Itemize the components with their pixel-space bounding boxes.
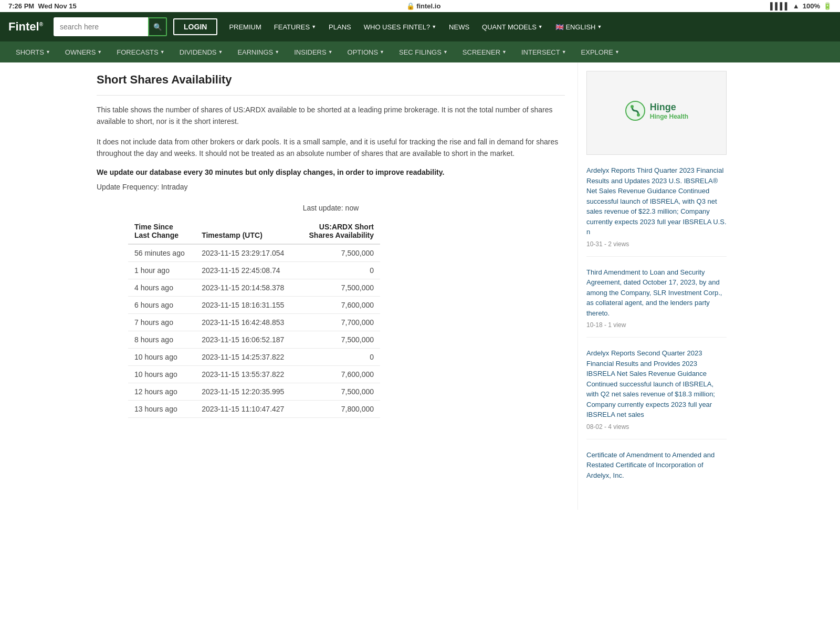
subnav-explore[interactable]: EXPLORE▼ bbox=[574, 41, 627, 62]
svg-point-1 bbox=[631, 105, 634, 108]
cell-time: 10 hours ago bbox=[128, 365, 195, 383]
cell-availability: 7,500,000 bbox=[297, 279, 380, 296]
subnav-insiders[interactable]: INSIDERS▼ bbox=[287, 41, 340, 62]
short-shares-table: Time SinceLast Change Timestamp (UTC) US… bbox=[128, 218, 380, 418]
subnav-forecasts[interactable]: FORECASTS▼ bbox=[109, 41, 172, 62]
nav-item-who-uses[interactable]: WHO USES FINTEL?▼ bbox=[359, 20, 442, 34]
cell-time: 8 hours ago bbox=[128, 331, 195, 348]
news-meta: 08-02 - 4 views bbox=[586, 423, 629, 430]
description-paragraph-1: This table shows the number of shares of… bbox=[97, 104, 565, 128]
nav-item-plans[interactable]: PLANS bbox=[323, 20, 356, 34]
page-title: Short Shares Availability bbox=[97, 73, 565, 87]
cell-timestamp: 2023-11-15 20:14:58.378 bbox=[195, 279, 297, 296]
cell-availability: 7,700,000 bbox=[297, 313, 380, 331]
news-section: Ardelyx Reports Third Quarter 2023 Finan… bbox=[586, 165, 727, 491]
update-frequency: Update Frequency: Intraday bbox=[97, 183, 565, 191]
hinge-brand-name: Hinge bbox=[650, 102, 688, 113]
cell-availability: 7,500,000 bbox=[297, 331, 380, 348]
cell-availability: 0 bbox=[297, 261, 380, 279]
hinge-health-icon bbox=[625, 100, 646, 121]
cell-time: 7 hours ago bbox=[128, 313, 195, 331]
subnav-dividends[interactable]: DIVIDENDS▼ bbox=[172, 41, 230, 62]
cell-time: 6 hours ago bbox=[128, 296, 195, 313]
cell-time: 56 minutes ago bbox=[128, 244, 195, 262]
content-area: Short Shares Availability This table sho… bbox=[84, 62, 578, 510]
subnav-intersect[interactable]: INTERSECT▼ bbox=[514, 41, 574, 62]
subnav-earnings[interactable]: EARNINGS▼ bbox=[230, 41, 287, 62]
status-icons: ▌▌▌▌ ▲ 100% 🔋 bbox=[770, 2, 832, 10]
cell-time: 4 hours ago bbox=[128, 279, 195, 296]
cell-timestamp: 2023-11-15 11:10:47.427 bbox=[195, 400, 297, 417]
cell-timestamp: 2023-11-15 12:20:35.995 bbox=[195, 383, 297, 400]
search-icon: 🔍 bbox=[153, 23, 162, 31]
table-row: 10 hours ago 2023-11-15 13:55:37.822 7,6… bbox=[128, 365, 380, 383]
news-link[interactable]: Certificate of Amendment to Amended and … bbox=[586, 450, 727, 481]
nav-item-news[interactable]: NEWS bbox=[444, 20, 475, 34]
brand-logo[interactable]: Fintel® bbox=[8, 20, 43, 34]
status-time: 7:26 PM Wed Nov 15 bbox=[8, 2, 77, 10]
news-link[interactable]: Ardelyx Reports Third Quarter 2023 Finan… bbox=[586, 165, 727, 237]
table-row: 1 hour ago 2023-11-15 22:45:08.74 0 bbox=[128, 261, 380, 279]
signal-icon: ▌▌▌▌ bbox=[770, 2, 790, 10]
subnav-options[interactable]: OPTIONS▼ bbox=[340, 41, 392, 62]
news-item: Third Amendment to Loan and Security Agr… bbox=[586, 267, 727, 338]
cell-availability: 7,600,000 bbox=[297, 296, 380, 313]
cell-time: 12 hours ago bbox=[128, 383, 195, 400]
news-item: Ardelyx Reports Third Quarter 2023 Finan… bbox=[586, 165, 727, 257]
col-header-availability: US:ARDX ShortShares Availability bbox=[297, 218, 380, 244]
battery-icon: 🔋 bbox=[823, 2, 832, 10]
subnav-shorts[interactable]: SHORTS▼ bbox=[8, 41, 58, 62]
update-notice: We update our database every 30 minutes … bbox=[97, 168, 565, 176]
news-meta: 10-31 - 2 views bbox=[586, 240, 629, 248]
search-box: 🔍 bbox=[54, 17, 167, 36]
news-link[interactable]: Ardelyx Reports Second Quarter 2023 Fina… bbox=[586, 348, 727, 420]
status-url: 🔒 fintel.io bbox=[406, 2, 441, 10]
subnav-screener[interactable]: SCREENER▼ bbox=[455, 41, 514, 62]
last-update-label: Last update: now bbox=[97, 204, 565, 212]
hinge-logo: Hinge Hinge Health bbox=[625, 100, 688, 121]
table-row: 6 hours ago 2023-11-15 18:16:31.155 7,60… bbox=[128, 296, 380, 313]
sub-navigation: SHORTS▼ OWNERS▼ FORECASTS▼ DIVIDENDS▼ EA… bbox=[0, 41, 840, 62]
table-row: 12 hours ago 2023-11-15 12:20:35.995 7,5… bbox=[128, 383, 380, 400]
cell-timestamp: 2023-11-15 22:45:08.74 bbox=[195, 261, 297, 279]
cell-timestamp: 2023-11-15 16:42:48.853 bbox=[195, 313, 297, 331]
cell-timestamp: 2023-11-15 13:55:37.822 bbox=[195, 365, 297, 383]
main-nav-items: PREMIUM FEATURES▼ PLANS WHO USES FINTEL?… bbox=[224, 20, 832, 34]
status-bar: 7:26 PM Wed Nov 15 🔒 fintel.io ▌▌▌▌ ▲ 10… bbox=[0, 0, 840, 12]
nav-item-features[interactable]: FEATURES▼ bbox=[269, 20, 321, 34]
cell-time: 1 hour ago bbox=[128, 261, 195, 279]
news-link[interactable]: Third Amendment to Loan and Security Agr… bbox=[586, 267, 727, 319]
top-navigation: Fintel® 🔍 LOGIN PREMIUM FEATURES▼ PLANS … bbox=[0, 12, 840, 41]
login-button[interactable]: LOGIN bbox=[173, 18, 217, 35]
news-meta: 10-18 - 1 view bbox=[586, 321, 626, 329]
table-row: 7 hours ago 2023-11-15 16:42:48.853 7,70… bbox=[128, 313, 380, 331]
search-input[interactable] bbox=[54, 23, 148, 31]
cell-timestamp: 2023-11-15 23:29:17.054 bbox=[195, 244, 297, 262]
nav-item-english[interactable]: 🇬🇧 ENGLISH▼ bbox=[550, 20, 607, 34]
cell-availability: 0 bbox=[297, 348, 380, 365]
main-layout: Short Shares Availability This table sho… bbox=[84, 62, 756, 510]
cell-availability: 7,500,000 bbox=[297, 383, 380, 400]
news-item: Certificate of Amendment to Amended and … bbox=[586, 450, 727, 491]
cell-time: 13 hours ago bbox=[128, 400, 195, 417]
table-row: 13 hours ago 2023-11-15 11:10:47.427 7,8… bbox=[128, 400, 380, 417]
wifi-icon: ▲ bbox=[793, 2, 800, 10]
cell-time: 10 hours ago bbox=[128, 348, 195, 365]
cell-timestamp: 2023-11-15 16:06:52.187 bbox=[195, 331, 297, 348]
ad-box: Hinge Hinge Health bbox=[586, 71, 727, 155]
nav-item-premium[interactable]: PREMIUM bbox=[224, 20, 266, 34]
nav-item-quant[interactable]: QUANT MODELS▼ bbox=[477, 20, 548, 34]
hinge-sub-label: Hinge Health bbox=[650, 113, 688, 120]
table-row: 8 hours ago 2023-11-15 16:06:52.187 7,50… bbox=[128, 331, 380, 348]
subnav-sec-filings[interactable]: SEC FILINGS▼ bbox=[392, 41, 455, 62]
cell-availability: 7,500,000 bbox=[297, 244, 380, 262]
col-header-time-since: Time SinceLast Change bbox=[128, 218, 195, 244]
cell-availability: 7,800,000 bbox=[297, 400, 380, 417]
subnav-owners[interactable]: OWNERS▼ bbox=[58, 41, 109, 62]
sidebar: Hinge Hinge Health Ardelyx Reports Third… bbox=[578, 62, 735, 510]
table-row: 10 hours ago 2023-11-15 14:25:37.822 0 bbox=[128, 348, 380, 365]
cell-availability: 7,600,000 bbox=[297, 365, 380, 383]
table-row: 56 minutes ago 2023-11-15 23:29:17.054 7… bbox=[128, 244, 380, 262]
news-item: Ardelyx Reports Second Quarter 2023 Fina… bbox=[586, 348, 727, 439]
search-button[interactable]: 🔍 bbox=[148, 17, 167, 36]
